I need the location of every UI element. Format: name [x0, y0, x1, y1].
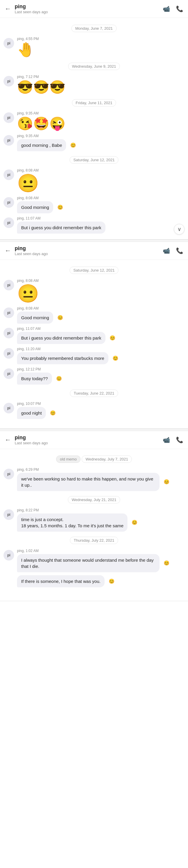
- phone-call-icon[interactable]: 📞: [176, 5, 183, 12]
- video-call-icon[interactable]: 📹: [163, 5, 170, 12]
- bubble: But i guess you didnt remember this park: [17, 332, 106, 344]
- message-content: ping, 1:02 AM I always thought that some…: [17, 549, 185, 572]
- bubble: 😎😎😎: [17, 80, 185, 94]
- phone-call-icon[interactable]: 📞: [176, 247, 183, 254]
- sender-time: ping, 4:55 PM: [17, 37, 185, 41]
- sender-time: ping, 11:07 AM: [17, 216, 185, 220]
- contact-status: Last seen days ago: [15, 441, 163, 445]
- bubble: You probably remembered starbucks more: [17, 352, 108, 364]
- avatar: pi: [3, 280, 14, 290]
- messages-1: Monday, June 7, 2021 pi ping, 4:55 PM 🤚 …: [0, 18, 188, 239]
- bubble-wrapper: we've been working so hard to make this …: [17, 473, 185, 491]
- message-row: pi ping, 9:35 AM good morning , Babe 😊: [0, 133, 188, 152]
- sender-time: ping, 8:08 AM: [17, 279, 185, 283]
- back-button[interactable]: ←: [5, 5, 11, 13]
- message-row: pi If there is someone, I hope that was …: [0, 574, 188, 588]
- message-content: ping, 8:08 AM 😐: [17, 168, 185, 193]
- bubble: good night: [17, 407, 46, 419]
- sender-time: ping, 1:02 AM: [17, 549, 185, 553]
- sender-time: ping, 11:20 AM: [17, 347, 185, 351]
- bubble: time is just a concept. 18 years, 1.5 mo…: [17, 514, 127, 532]
- bubble-wrapper: Busy today?? 😊: [17, 372, 185, 384]
- header-icons: 📹 📞: [163, 247, 183, 254]
- bubble-wrapper: You probably remembered starbucks more 😊: [17, 352, 185, 364]
- contact-name: ping: [15, 3, 163, 10]
- message-row: pi ping, 8:22 PM time is just a concept.…: [0, 507, 188, 533]
- bubble: But i guess you didnt remember this park: [17, 222, 106, 234]
- message-row: pi ping, 11:07 AM But i guess you didnt …: [0, 326, 188, 345]
- bubble: Good morning: [17, 312, 53, 324]
- reaction-icon: 😊: [56, 376, 62, 381]
- message-row: pi ping, 11:07 AM But i guess you didnt …: [0, 215, 188, 236]
- header-2: ← ping Last seen days ago 📹 📞: [0, 242, 188, 260]
- bubble-wrapper: Good morning 😊: [17, 201, 185, 213]
- sender-time: ping, 8:08 AM: [17, 306, 185, 310]
- avatar: pi: [3, 217, 14, 228]
- messages-3: old memo Wednesday, July 7, 2021 pi ping…: [0, 449, 188, 601]
- message-content: ping, 8:22 PM time is just a concept. 18…: [17, 508, 185, 532]
- reaction-icon: 😊: [109, 579, 115, 584]
- bubble: we've been working so hard to make this …: [17, 473, 159, 491]
- sender-time: ping, 9:35 AM: [17, 111, 185, 115]
- bubble-wrapper: good night 😊: [17, 407, 185, 419]
- contact-name: ping: [15, 245, 163, 252]
- header-info: ping Last seen days ago: [15, 245, 163, 256]
- reaction-icon: 😊: [50, 410, 56, 416]
- bubble-wrapper: If there is someone, I hope that was you…: [17, 575, 185, 587]
- reaction-icon: 😊: [70, 143, 76, 148]
- message-content: ping, 11:20 AM You probably remembered s…: [17, 347, 185, 364]
- avatar: pi: [3, 328, 14, 338]
- message-content: ping, 11:07 AM But i guess you didnt rem…: [17, 216, 185, 235]
- avatar: pi: [3, 403, 14, 413]
- header-icons: 📹 📞: [163, 436, 183, 443]
- header-info: ping Last seen days ago: [15, 435, 163, 445]
- bubble: I always thought that someone would unde…: [17, 554, 159, 572]
- scroll-down-button[interactable]: ∨: [174, 224, 185, 235]
- message-content: ping, 8:08 AM 😐: [17, 279, 185, 303]
- message-content: ping, 9:35 AM good morning , Babe 😊: [17, 134, 185, 151]
- phone-call-icon[interactable]: 📞: [176, 436, 183, 443]
- contact-name: ping: [15, 435, 163, 441]
- message-row: pi ping, 8:08 AM 😐: [0, 277, 188, 305]
- message-row: pi ping, 6:29 PM we've been working so h…: [0, 466, 188, 492]
- sender-time: ping, 12:12 PM: [17, 367, 185, 371]
- date-separator: Saturday, June 12, 2021: [0, 157, 188, 162]
- header-1: ← ping Last seen days ago 📹 📞: [0, 0, 188, 18]
- avatar: pi: [3, 113, 14, 123]
- date-separator: Wednesday, July 21, 2021: [0, 497, 188, 502]
- avatar: pi: [3, 509, 14, 520]
- avatar: pi: [3, 469, 14, 479]
- video-call-icon[interactable]: 📹: [163, 436, 170, 443]
- message-row: pi ping, 9:35 AM 😘🤩😜: [0, 110, 188, 132]
- message-row: pi ping, 10:07 PM good night 😊: [0, 400, 188, 420]
- old-memo-date-row: old memo Wednesday, July 7, 2021: [5, 456, 183, 463]
- message-content: ping, 8:08 AM Good morning 😊: [17, 306, 185, 324]
- reaction-icon: 😊: [131, 520, 138, 525]
- header-3: ← ping Last seen days ago 📹 📞: [0, 431, 188, 449]
- reaction-icon: 😊: [110, 335, 115, 341]
- back-button[interactable]: ←: [5, 436, 11, 444]
- sender-time: ping, 7:12 PM: [17, 75, 185, 79]
- bubble-wrapper: time is just a concept. 18 years, 1.5 mo…: [17, 514, 185, 532]
- bubble-wrapper: Good morning 😊: [17, 312, 185, 324]
- back-button[interactable]: ←: [5, 247, 11, 254]
- chat-section-1: ← ping Last seen days ago 📹 📞 Monday, Ju…: [0, 0, 188, 240]
- section-divider: [0, 429, 188, 431]
- section-divider: [0, 240, 188, 242]
- message-row: pi ping, 8:08 AM 😐: [0, 167, 188, 194]
- bubble: 🤚: [17, 42, 159, 58]
- date-separator: Saturday, June 12, 2021: [0, 268, 188, 273]
- contact-status: Last seen days ago: [15, 252, 163, 256]
- video-call-icon[interactable]: 📹: [163, 247, 170, 254]
- sender-time: ping, 8:08 AM: [17, 168, 185, 173]
- messages-2: Saturday, June 12, 2021 pi ping, 8:08 AM…: [0, 260, 188, 428]
- message-row: pi ping, 12:12 PM Busy today?? 😊: [0, 366, 188, 386]
- reaction-icon: 😊: [57, 315, 63, 320]
- avatar: pi: [3, 550, 14, 560]
- bubble: 😘🤩😜: [17, 117, 185, 131]
- bubble-wrapper: But i guess you didnt remember this park…: [17, 332, 185, 344]
- sender-time: ping, 11:07 AM: [17, 327, 185, 331]
- avatar: pi: [3, 135, 14, 146]
- reaction-icon: 😊: [164, 560, 170, 566]
- date-separator: Friday, June 11, 2021: [0, 100, 188, 105]
